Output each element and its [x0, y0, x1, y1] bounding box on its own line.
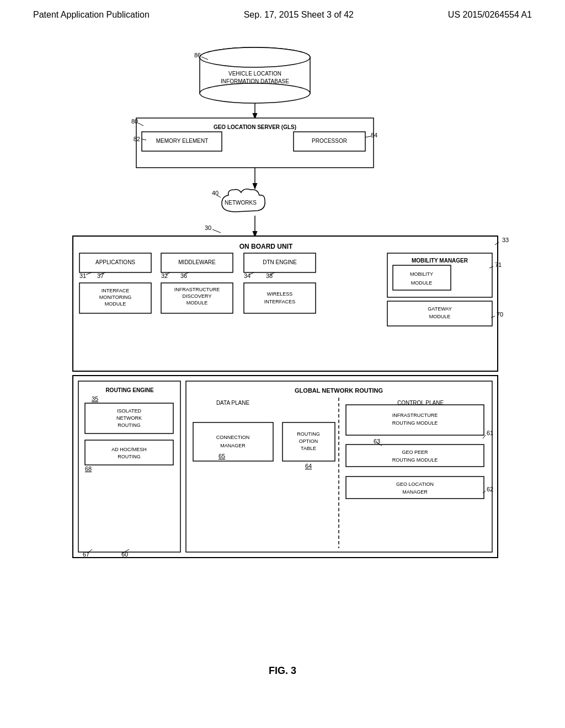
isolated-label2: NETWORK — [116, 415, 142, 421]
ref-38-label: 38 — [266, 272, 273, 279]
middleware-label: MIDDLEWARE — [178, 259, 216, 265]
ref-84: 84 — [371, 132, 377, 138]
ref-71: 71 — [495, 261, 502, 268]
infra-disc-label3: MODULE — [186, 300, 208, 306]
conn-mgr-label2: MANAGER — [220, 443, 246, 448]
page-header: Patent Application Publication Sep. 17, … — [0, 0, 565, 25]
geo-loc-mgr-label1: GEO LOCATION — [396, 481, 434, 487]
routing-opt-label1: ROUTING — [297, 431, 320, 437]
ref-32-label: 32 — [161, 272, 168, 279]
database-label2: INFORMATION DATABASE — [221, 78, 289, 84]
svg-rect-50 — [346, 477, 484, 499]
ref-35: 35 — [92, 395, 98, 402]
svg-point-2 — [200, 83, 310, 103]
infra-routing-label1: INFRASTRUCTURE — [392, 413, 438, 418]
networks-cloud: NETWORKS — [222, 189, 265, 212]
ref-65: 65 — [218, 453, 225, 459]
global-routing-title: GLOBAL NETWORK ROUTING — [295, 387, 383, 394]
figure-caption: FIG. 3 — [0, 665, 565, 677]
ref-34-label: 34 — [244, 272, 250, 279]
gateway-label1: GATEWAY — [428, 306, 451, 312]
dtn-engine-label: DTN ENGINE — [263, 259, 297, 265]
svg-rect-39 — [85, 440, 173, 465]
interface-mon-label2: MONITORING — [99, 295, 131, 300]
geo-peer-label2: ROUTING MODULE — [392, 457, 438, 463]
wireless-label1: WIRELESS — [267, 291, 293, 297]
ref-82: 82 — [134, 136, 140, 142]
processor-label: PROCESSOR — [312, 138, 347, 144]
ref-64: 64 — [305, 463, 312, 469]
applications-label: APPLICATIONS — [95, 259, 135, 265]
infra-routing-label2: ROUTING MODULE — [392, 420, 438, 426]
ref-68: 68 — [85, 465, 92, 472]
obu-title: ON BOARD UNIT — [239, 243, 293, 250]
header-left: Patent Application Publication — [33, 10, 150, 20]
database-label: VEHICLE LOCATION — [228, 71, 281, 77]
header-right: US 2015/0264554 A1 — [448, 10, 532, 20]
ref-61: 61 — [487, 430, 493, 436]
routing-engine-title: ROUTING ENGINE — [105, 387, 154, 393]
geo-loc-mgr-label2: MANAGER — [402, 489, 428, 495]
svg-rect-33 — [244, 283, 316, 313]
ref-70: 70 — [497, 311, 503, 318]
mobility-module-label1: MOBILITY — [410, 271, 433, 277]
routing-opt-label3: TABLE — [301, 446, 316, 451]
networks-label: NETWORKS — [225, 200, 257, 206]
conn-mgr-label1: CONNECTION — [216, 435, 250, 440]
geo-peer-label1: GEO PEER — [402, 449, 428, 455]
main-diagram: VEHICLE LOCATION INFORMATION DATABASE 86… — [45, 36, 520, 643]
diagram-area: VEHICLE LOCATION INFORMATION DATABASE 86… — [0, 25, 565, 654]
infra-disc-label1: INFRASTRUCTURE — [174, 287, 220, 292]
gateway-label2: MODULE — [429, 314, 451, 319]
mobility-module-label2: MODULE — [411, 280, 433, 286]
ref-36-label: 36 — [180, 272, 187, 279]
interface-mon-label3: MODULE — [105, 301, 126, 307]
ref-86: 86 — [194, 52, 201, 58]
data-plane-label: DATA PLANE — [216, 400, 250, 406]
svg-line-14 — [217, 195, 221, 197]
svg-point-4 — [200, 47, 310, 67]
ref-30: 30 — [205, 224, 211, 231]
mobility-manager-label: MOBILITY MANAGER — [412, 258, 468, 264]
ref-33: 33 — [502, 237, 509, 243]
svg-rect-30 — [393, 265, 451, 290]
ref-31: 31 — [79, 272, 86, 279]
routing-opt-label2: OPTION — [299, 438, 318, 444]
isolated-label1: ISOLATED — [117, 408, 141, 414]
gls-title: GEO LOCATION SERVER (GLS) — [214, 124, 296, 130]
svg-rect-48 — [346, 445, 484, 467]
header-center: Sep. 17, 2015 Sheet 3 of 42 — [244, 10, 354, 20]
adhoc-label2: ROUTING — [118, 454, 141, 459]
interface-mon-label1: INTERFACE — [102, 288, 130, 293]
wireless-label2: INTERFACES — [264, 299, 296, 304]
adhoc-label1: AD HOC/MESH — [111, 447, 147, 452]
ref-80: 80 — [131, 118, 138, 125]
infra-disc-label2: DISCOVERY — [183, 293, 212, 299]
svg-rect-44 — [193, 422, 273, 461]
ref-63: 63 — [374, 438, 380, 445]
svg-line-16 — [212, 229, 221, 233]
ref-62: 62 — [487, 486, 493, 493]
ref-40: 40 — [212, 190, 218, 196]
memory-label: MEMORY ELEMENT — [156, 138, 209, 144]
isolated-label3: ROUTING — [118, 422, 141, 428]
